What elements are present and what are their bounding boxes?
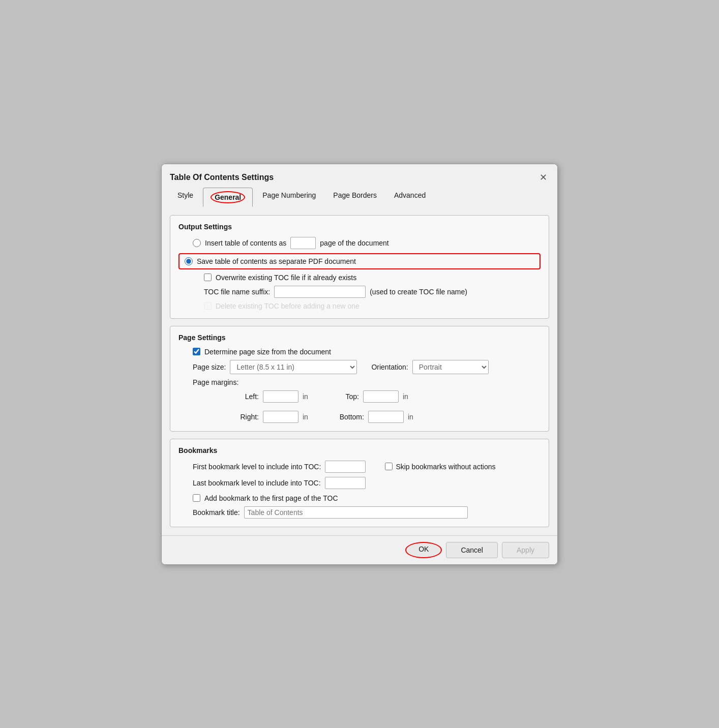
save-as-pdf-radio[interactable]	[185, 257, 193, 265]
bottom-unit: in	[408, 413, 413, 421]
right-margin-input[interactable]: 1	[263, 411, 298, 423]
page-settings-section: Page Settings Determine page size from t…	[170, 326, 549, 432]
add-bookmark-label: Add bookmark to the first page of the TO…	[204, 494, 338, 502]
tab-general[interactable]: General	[203, 188, 253, 207]
footer: OK Cancel Apply	[162, 535, 557, 564]
tab-style[interactable]: Style	[170, 188, 201, 207]
bottom-margin-input[interactable]: 1	[368, 411, 404, 423]
delete-existing-row: Delete existing TOC before adding a new …	[204, 302, 541, 310]
tab-content: Output Settings Insert table of contents…	[162, 207, 557, 535]
toc-suffix-label: TOC file name suffix:	[204, 288, 270, 296]
right-unit: in	[303, 413, 308, 421]
overwrite-checkbox[interactable]	[204, 274, 212, 281]
first-bookmark-row: First bookmark level to include into TOC…	[193, 461, 541, 473]
last-bookmark-input[interactable]: 3	[325, 477, 366, 489]
bookmark-title-row: Bookmark title:	[193, 506, 541, 519]
output-settings-title: Output Settings	[178, 223, 541, 231]
output-settings-section: Output Settings Insert table of contents…	[170, 215, 549, 319]
determine-page-size-label: Determine page size from the document	[204, 348, 331, 356]
toc-suffix-row: TOC file name suffix: .TOC (used to crea…	[204, 286, 541, 298]
orientation-label: Orientation:	[371, 363, 408, 371]
cancel-button[interactable]: Cancel	[446, 542, 498, 558]
left-margin-row: Left: 1 in	[239, 390, 308, 403]
page-margins-label-row: Page margins:	[193, 378, 541, 386]
delete-existing-label: Delete existing TOC before adding a new …	[216, 302, 360, 310]
save-as-pdf-row: Save table of contents as separate PDF d…	[178, 253, 541, 269]
page-margins-label: Page margins:	[193, 378, 238, 386]
add-bookmark-row: Add bookmark to the first page of the TO…	[193, 494, 541, 502]
page-number-input[interactable]: 1	[290, 237, 316, 249]
top-unit: in	[403, 392, 408, 401]
bookmark-title-input[interactable]	[244, 506, 468, 519]
skip-bookmarks-row: Skip bookmarks without actions	[385, 463, 495, 471]
first-bookmark-label: First bookmark level to include into TOC…	[193, 463, 321, 471]
right-margin-row: Right: 1 in	[239, 411, 308, 423]
right-label: Right:	[239, 413, 259, 421]
determine-page-size-row: Determine page size from the document	[193, 348, 541, 356]
overwrite-row: Overwrite existing TOC file if it alread…	[204, 274, 541, 282]
page-size-label: Page size:	[193, 363, 226, 371]
overwrite-label: Overwrite existing TOC file if it alread…	[216, 274, 356, 282]
left-unit: in	[303, 392, 308, 401]
page-size-select[interactable]: Letter (8.5 x 11 in)	[230, 360, 357, 374]
toc-suffix-hint: (used to create TOC file name)	[370, 288, 467, 296]
top-margin-row: Top: 1 in	[339, 390, 413, 403]
save-as-pdf-label: Save table of contents as separate PDF d…	[197, 257, 356, 265]
close-button[interactable]: ✕	[537, 171, 549, 184]
tab-page-numbering[interactable]: Page Numbering	[255, 188, 323, 207]
last-bookmark-label: Last bookmark level to include into TOC:	[193, 479, 321, 487]
margins-row: Left: 1 in Right: 1 in Top: 1 in	[239, 390, 541, 423]
bookmark-title-label: Bookmark title:	[193, 508, 240, 517]
page-size-row: Page size: Letter (8.5 x 11 in) Orientat…	[193, 360, 541, 374]
page-of-doc-label: page of the document	[320, 239, 388, 247]
bottom-margin-row: Bottom: 1 in	[339, 411, 413, 423]
dialog-title: Table Of Contents Settings	[170, 173, 274, 182]
delete-existing-checkbox[interactable]	[204, 302, 212, 310]
left-right-margins: Left: 1 in Right: 1 in	[239, 390, 308, 423]
skip-bookmarks-checkbox[interactable]	[385, 463, 393, 470]
insert-as-page-label: Insert table of contents as	[205, 239, 286, 247]
title-bar: Table Of Contents Settings ✕	[162, 164, 557, 184]
top-margin-input[interactable]: 1	[363, 390, 399, 403]
dialog: Table Of Contents Settings ✕ Style Gener…	[161, 164, 558, 565]
bookmarks-title: Bookmarks	[178, 446, 541, 454]
tab-page-borders[interactable]: Page Borders	[325, 188, 384, 207]
left-margin-input[interactable]: 1	[263, 390, 298, 403]
first-bookmark-input[interactable]: 1	[325, 461, 366, 473]
add-bookmark-checkbox[interactable]	[193, 494, 200, 502]
insert-as-page-radio[interactable]	[193, 239, 201, 247]
last-bookmark-row: Last bookmark level to include into TOC:…	[193, 477, 541, 489]
tabs-bar: Style General Page Numbering Page Border…	[162, 184, 557, 207]
page-settings-title: Page Settings	[178, 333, 541, 342]
ok-button[interactable]: OK	[405, 542, 442, 558]
apply-button[interactable]: Apply	[502, 542, 549, 558]
determine-page-size-checkbox[interactable]	[193, 348, 200, 355]
skip-bookmarks-label: Skip bookmarks without actions	[396, 463, 495, 471]
top-label: Top:	[339, 392, 359, 401]
top-bottom-margins: Top: 1 in Bottom: 1 in	[339, 390, 413, 423]
left-label: Left:	[239, 392, 259, 401]
tab-advanced[interactable]: Advanced	[386, 188, 433, 207]
insert-as-page-row: Insert table of contents as 1 page of th…	[193, 237, 541, 249]
toc-suffix-input[interactable]: .TOC	[274, 286, 366, 298]
bookmarks-section: Bookmarks First bookmark level to includ…	[170, 439, 549, 527]
orientation-select[interactable]: Portrait	[412, 360, 489, 374]
bottom-label: Bottom:	[339, 413, 364, 421]
